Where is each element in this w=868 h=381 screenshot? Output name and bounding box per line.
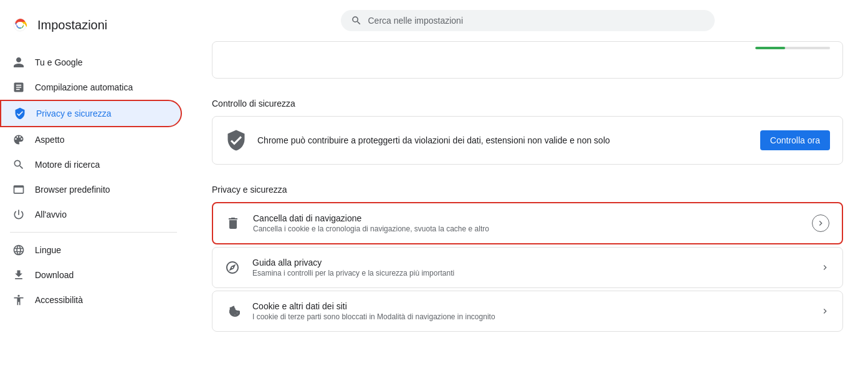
item-desc-cookie-dati: I cookie di terze parti sono bloccati in… bbox=[252, 312, 808, 321]
sidebar-item-label: Browser predefinito bbox=[35, 185, 110, 195]
sidebar-item-label: Aspetto bbox=[35, 135, 64, 145]
sidebar-item-label: Motore di ricerca bbox=[35, 160, 100, 170]
controlla-ora-button[interactable]: Controlla ora bbox=[760, 130, 830, 150]
progress-bar-container bbox=[755, 47, 830, 49]
main-content: Controllo di sicurezza Chrome può contri… bbox=[187, 0, 868, 381]
settings-item-text-guida-privacy: Guida alla privacy Esamina i controlli p… bbox=[252, 258, 808, 277]
search-icon bbox=[12, 158, 25, 171]
sidebar-item-lingue[interactable]: Lingue bbox=[0, 238, 182, 263]
shield-check-icon bbox=[225, 129, 247, 152]
section-title-privacy-sicurezza: Privacy e sicurezza bbox=[212, 180, 843, 195]
item-desc-cancella-dati: Cancella i cookie e la cronologia di nav… bbox=[253, 224, 799, 233]
cookie-icon bbox=[225, 304, 240, 319]
item-title-cancella-dati: Cancella dati di navigazione bbox=[253, 213, 799, 223]
chevron-icon-guida-privacy bbox=[820, 263, 830, 272]
shield-icon bbox=[14, 107, 26, 120]
settings-item-cancella-dati[interactable]: Cancella dati di navigazione Cancella i … bbox=[212, 202, 843, 244]
security-card-text: Chrome può contribuire a proteggerti da … bbox=[257, 134, 750, 147]
item-title-cookie-dati: Cookie e altri dati dei siti bbox=[252, 301, 808, 311]
section-title-controllo-sicurezza: Controllo di sicurezza bbox=[212, 94, 843, 109]
top-card bbox=[212, 41, 843, 79]
chevron-icon-cookie-dati bbox=[820, 306, 830, 316]
accessibility-icon bbox=[12, 294, 25, 306]
compass-icon bbox=[225, 260, 240, 275]
sidebar-item-label: All'avvio bbox=[35, 210, 67, 219]
sidebar-item-label: Accessibilità bbox=[35, 295, 83, 305]
chevron-icon-cancella-dati bbox=[812, 215, 829, 232]
search-input[interactable] bbox=[368, 16, 705, 26]
browser-icon bbox=[12, 183, 25, 196]
search-icon bbox=[351, 15, 362, 26]
sidebar-item-allavvio[interactable]: All'avvio bbox=[0, 202, 182, 227]
header bbox=[212, 0, 843, 41]
security-card: Chrome può contribuire a proteggerti da … bbox=[212, 116, 843, 165]
progress-bar-fill bbox=[755, 47, 785, 49]
section-controllo-sicurezza: Controllo di sicurezza Chrome può contri… bbox=[212, 94, 843, 165]
item-title-guida-privacy: Guida alla privacy bbox=[252, 258, 808, 268]
sidebar-item-label: Lingue bbox=[35, 245, 61, 255]
sidebar-item-label: Compilazione automatica bbox=[35, 82, 133, 92]
sidebar-item-browser-predefinito[interactable]: Browser predefinito bbox=[0, 177, 182, 202]
settings-item-cookie-dati[interactable]: Cookie e altri dati dei siti I cookie di… bbox=[212, 291, 843, 332]
sidebar-item-accessibilita[interactable]: Accessibilità bbox=[0, 287, 182, 312]
chevron-circle bbox=[812, 215, 829, 232]
trash-icon bbox=[226, 216, 241, 231]
section-privacy-sicurezza: Privacy e sicurezza Cancella dati di nav… bbox=[212, 180, 843, 332]
sidebar: Impostazioni Tu e Google Compilazione au… bbox=[0, 0, 187, 381]
person-icon bbox=[12, 56, 25, 69]
sidebar-item-label: Privacy e sicurezza bbox=[36, 109, 112, 118]
settings-item-text-cookie-dati: Cookie e altri dati dei siti I cookie di… bbox=[252, 301, 808, 321]
sidebar-item-tu-e-google[interactable]: Tu e Google bbox=[0, 50, 182, 75]
sidebar-item-label: Tu e Google bbox=[35, 57, 83, 67]
sidebar-item-label: Download bbox=[35, 270, 74, 280]
settings-item-text-cancella-dati: Cancella dati di navigazione Cancella i … bbox=[253, 213, 799, 233]
logo-area: Impostazioni bbox=[0, 10, 187, 50]
sidebar-item-aspetto[interactable]: Aspetto bbox=[0, 127, 182, 152]
sidebar-item-compilazione-automatica[interactable]: Compilazione automatica bbox=[0, 75, 182, 100]
sidebar-divider bbox=[10, 232, 177, 233]
palette-icon bbox=[12, 133, 25, 146]
svg-point-1 bbox=[17, 22, 22, 27]
search-bar[interactable] bbox=[341, 10, 715, 31]
sidebar-item-privacy-e-sicurezza[interactable]: Privacy e sicurezza bbox=[0, 100, 182, 127]
power-icon bbox=[12, 208, 25, 221]
app-title: Impostazioni bbox=[37, 18, 107, 32]
globe-icon bbox=[12, 244, 25, 256]
chrome-logo-icon bbox=[10, 15, 30, 35]
settings-item-guida-privacy[interactable]: Guida alla privacy Esamina i controlli p… bbox=[212, 247, 843, 288]
item-desc-guida-privacy: Esamina i controlli per la privacy e la … bbox=[252, 269, 808, 277]
download-icon bbox=[12, 269, 25, 281]
assignment-icon bbox=[12, 81, 25, 94]
sidebar-item-download[interactable]: Download bbox=[0, 263, 182, 287]
sidebar-item-motore-di-ricerca[interactable]: Motore di ricerca bbox=[0, 152, 182, 177]
